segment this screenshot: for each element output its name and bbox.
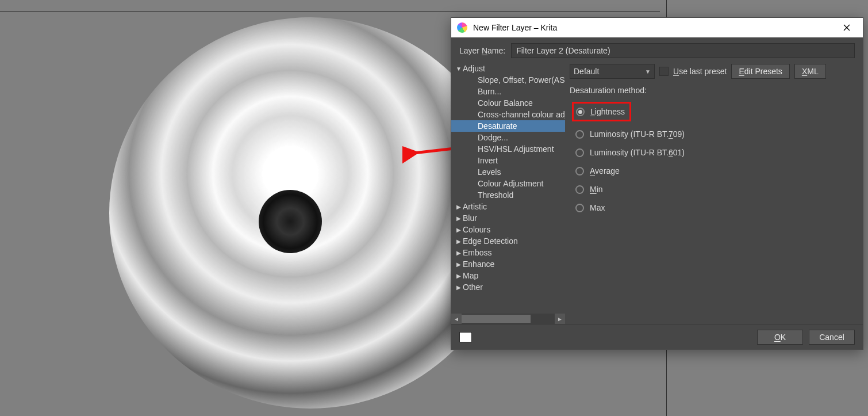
edit-presets-button[interactable]: Edit Presets <box>731 64 789 79</box>
tree-group[interactable]: ▶Blur <box>451 212 565 224</box>
tree-item[interactable]: Colour Adjustment <box>451 178 565 189</box>
radio-average[interactable]: Average <box>575 165 855 177</box>
tree-item[interactable]: Colour Balance <box>451 97 565 109</box>
radio-icon <box>576 108 585 116</box>
tree-group[interactable]: ▶Edge Detection <box>451 235 565 247</box>
tree-group[interactable]: ▶Artistic <box>451 201 565 212</box>
tree-group[interactable]: ▶Map <box>451 270 565 281</box>
chevron-down-icon: ▼ <box>645 68 651 75</box>
tree-group[interactable]: ▶Colours <box>451 224 565 235</box>
radio-icon <box>575 204 584 212</box>
close-icon <box>843 24 850 31</box>
tree-item[interactable]: Dodge... <box>451 132 565 143</box>
chevron-right-icon: ▶ <box>455 204 463 210</box>
chevron-right-icon: ▶ <box>455 261 463 268</box>
new-filter-layer-dialog: New Filter Layer – Krita Layer Name: ▼Ad… <box>451 17 863 350</box>
tree-item[interactable]: HSV/HSL Adjustment <box>451 143 565 155</box>
chevron-right-icon: ▶ <box>455 273 463 279</box>
use-last-preset-checkbox[interactable] <box>659 67 669 76</box>
radio-luminosity-601[interactable]: Luminosity (ITU-R BT.601) <box>575 147 855 158</box>
tree-group[interactable]: ▶Emboss <box>451 247 565 258</box>
layer-name-label: Layer Name: <box>459 46 505 55</box>
radio-icon <box>575 130 584 139</box>
preview-swatch[interactable] <box>459 332 472 342</box>
desaturation-method-label: Desaturation method: <box>570 86 855 95</box>
radio-label: Luminosity (ITU-R BT.601) <box>590 148 685 157</box>
radio-icon <box>575 148 584 157</box>
chevron-down-icon: ▼ <box>455 66 463 72</box>
tree-group[interactable]: ▶Other <box>451 281 565 293</box>
radio-label: Min <box>590 185 603 194</box>
tree-item[interactable]: Threshold <box>451 189 565 201</box>
tree-item-desaturate[interactable]: Desaturate <box>451 120 565 132</box>
tree-item[interactable]: Slope, Offset, Power(ASC-CDL) <box>451 74 565 86</box>
radio-label: Luminosity (ITU-R BT.709) <box>590 129 685 139</box>
tree-item[interactable]: Cross-channel colour adjustment <box>451 109 565 120</box>
annotation-highlight-box: Lightness <box>572 102 631 121</box>
radio-label: Max <box>590 203 605 212</box>
close-button[interactable] <box>834 19 859 36</box>
preset-value: Default <box>574 67 599 76</box>
scroll-left-button[interactable]: ◄ <box>451 314 462 324</box>
ok-button[interactable]: OK <box>757 330 803 345</box>
chevron-right-icon: ▶ <box>455 284 463 291</box>
radio-icon <box>575 185 584 194</box>
cancel-button[interactable]: Cancel <box>809 330 855 345</box>
tree-h-scrollbar[interactable]: ◄ ► <box>451 314 565 324</box>
radio-luminosity-709[interactable]: Luminosity (ITU-R BT.709) <box>575 128 855 140</box>
chevron-right-icon: ▶ <box>455 250 463 256</box>
radio-label: Lightness <box>590 107 625 116</box>
chevron-right-icon: ▶ <box>455 215 463 222</box>
radio-icon <box>575 167 584 175</box>
scroll-track[interactable] <box>462 314 555 324</box>
radio-max[interactable]: Max <box>575 202 855 213</box>
chevron-right-icon: ▶ <box>455 227 463 233</box>
tree-group[interactable]: ▶Enhance <box>451 258 565 270</box>
dialog-title: New Filter Layer – Krita <box>473 23 557 32</box>
tree-item[interactable]: Levels <box>451 166 565 178</box>
layer-name-input[interactable] <box>511 43 855 58</box>
scroll-thumb[interactable] <box>462 315 531 323</box>
radio-lightness[interactable]: Lightness <box>576 106 625 117</box>
tree-item[interactable]: Invert <box>451 155 565 166</box>
tree-group-adjust[interactable]: ▼Adjust <box>451 63 565 74</box>
tree-item[interactable]: Burn... <box>451 86 565 97</box>
preset-combo[interactable]: Default ▼ <box>570 64 655 79</box>
use-last-preset-label: Use last preset <box>673 67 727 76</box>
scroll-right-button[interactable]: ► <box>555 314 565 324</box>
krita-app-icon <box>457 22 467 33</box>
desaturation-radio-group: Lightness Luminosity (ITU-R BT.709) Lumi… <box>570 102 855 213</box>
radio-min[interactable]: Min <box>575 184 855 195</box>
xml-button[interactable]: XML <box>794 64 826 79</box>
filter-tree[interactable]: ▼Adjust Slope, Offset, Power(ASC-CDL) Bu… <box>451 63 565 324</box>
chevron-right-icon: ▶ <box>455 238 463 245</box>
dialog-titlebar[interactable]: New Filter Layer – Krita <box>451 18 863 37</box>
radio-label: Average <box>590 166 620 175</box>
